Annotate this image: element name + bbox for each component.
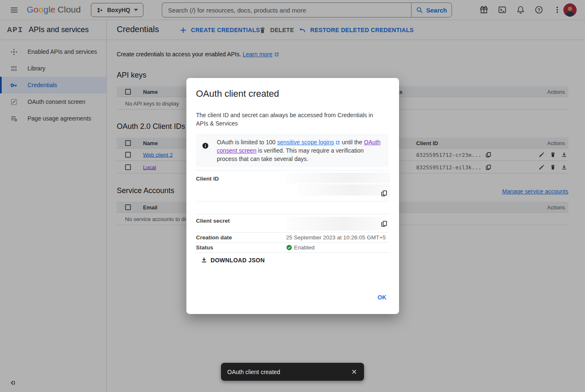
status-text: Enabled	[294, 244, 315, 251]
info-text-mid: until the	[340, 139, 364, 146]
snackbar: OAuth client created	[221, 363, 364, 381]
sensitive-scope-logins-link[interactable]: sensitive scope logins	[277, 139, 334, 146]
creation-date-value: 25 September 2023 at 10:26:05 GMT+5	[286, 234, 386, 241]
status-row: Status Enabled	[196, 243, 389, 253]
oauth-client-created-dialog: OAuth client created The client ID and s…	[186, 78, 399, 314]
info-icon	[202, 142, 209, 149]
client-secret-row: Client secret	[196, 214, 389, 233]
download-json-label: DOWNLOAD JSON	[211, 257, 265, 264]
ok-button[interactable]: OK	[373, 291, 391, 303]
check-circle-icon	[286, 244, 292, 251]
status-value: Enabled	[286, 244, 315, 251]
snackbar-message: OAuth client created	[227, 369, 351, 375]
creation-date-label: Creation date	[196, 234, 232, 241]
redacted-client-id	[286, 173, 390, 183]
status-label: Status	[196, 244, 213, 251]
dialog-title: OAuth client created	[196, 88, 279, 99]
redacted-client-secret	[286, 217, 380, 231]
download-icon	[201, 256, 208, 264]
client-id-label: Client ID	[196, 176, 219, 182]
external-link-icon	[335, 140, 340, 145]
dialog-body-text: The client ID and secret can always be a…	[196, 111, 382, 128]
copy-icon[interactable]	[381, 220, 388, 227]
download-json-button[interactable]: DOWNLOAD JSON	[201, 256, 265, 264]
close-icon[interactable]	[351, 368, 358, 375]
creation-date-row: Creation date 25 September 2023 at 10:26…	[196, 233, 389, 243]
info-text-pre: OAuth is limited to 100	[217, 139, 277, 146]
redacted-client-id	[297, 184, 390, 196]
info-banner: OAuth is limited to 100 sensitive scope …	[196, 134, 389, 167]
client-secret-label: Client secret	[196, 218, 230, 224]
client-id-row: Client ID	[196, 170, 389, 201]
copy-icon[interactable]	[381, 190, 388, 197]
info-banner-text: OAuth is limited to 100 sensitive scope …	[217, 138, 382, 163]
